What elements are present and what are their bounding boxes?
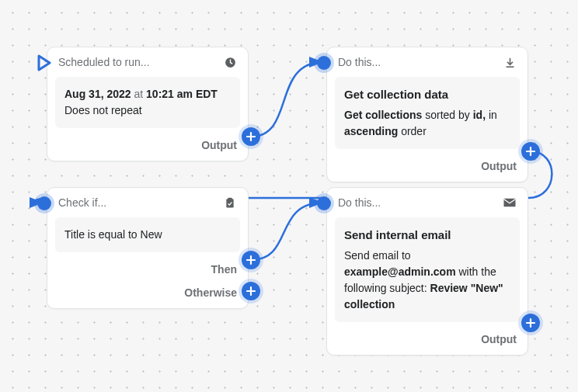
otherwise-label: Otherwise — [184, 286, 237, 299]
svg-rect-2 — [228, 197, 232, 199]
download-icon — [503, 55, 517, 69]
node-send-email[interactable]: Do this... Send internal email Send emai… — [326, 187, 528, 356]
header-text: Do this... — [338, 56, 381, 68]
add-step-button[interactable] — [521, 142, 540, 161]
add-step-otherwise-button[interactable] — [242, 282, 260, 300]
clipboard-icon — [223, 196, 237, 210]
node-body: Get collection data Get collections sort… — [335, 77, 520, 149]
node-header: Do this... — [327, 188, 528, 214]
schedule-date: Aug 31, 2022 — [64, 88, 131, 100]
node-header: Do this... — [327, 47, 528, 74]
then-port-row: Then — [211, 263, 237, 276]
node-body: Aug 31, 2022 at 10:21 am EDT Does not re… — [55, 77, 240, 128]
node-header: Check if... — [47, 188, 248, 214]
output-port-row: Output — [201, 139, 237, 151]
at-word: at — [134, 88, 144, 100]
trigger-start-icon — [37, 54, 51, 75]
node-body: Send internal email Send email to exampl… — [335, 217, 520, 322]
header-text: Scheduled to run... — [58, 56, 150, 68]
svg-rect-1 — [226, 199, 233, 207]
output-label: Output — [481, 333, 517, 345]
schedule-time: 10:21 am EDT — [146, 88, 218, 100]
action-description: Get collections sorted by id, in ascendi… — [344, 107, 510, 140]
clock-icon — [223, 55, 237, 69]
node-body: Title is equal to New — [55, 217, 240, 252]
node-scheduled[interactable]: Scheduled to run... Aug 31, 2022 at 10:2… — [47, 47, 249, 161]
action-description: Send email to example@admin.com with the… — [344, 248, 510, 313]
output-port-row: Output — [481, 333, 517, 345]
header-text: Do this... — [338, 196, 381, 209]
input-port[interactable] — [317, 56, 331, 70]
condition-text: Title is equal to New — [64, 228, 162, 241]
header-text: Check if... — [58, 196, 106, 209]
add-step-then-button[interactable] — [242, 251, 260, 269]
action-title: Get collection data — [344, 86, 510, 104]
input-port[interactable] — [37, 196, 51, 210]
node-header: Scheduled to run... — [47, 47, 248, 74]
add-step-button[interactable] — [242, 127, 260, 146]
input-port[interactable] — [317, 196, 331, 210]
output-label: Output — [201, 139, 237, 151]
svg-rect-3 — [504, 199, 516, 207]
node-get-collection[interactable]: Do this... Get collection data Get colle… — [326, 47, 528, 182]
then-label: Then — [211, 263, 237, 276]
otherwise-port-row: Otherwise — [184, 286, 237, 299]
output-port-row: Output — [481, 160, 517, 172]
repeat-text: Does not repeat — [64, 102, 231, 119]
node-check-if[interactable]: Check if... Title is equal to New Then O… — [47, 187, 249, 309]
email-icon — [503, 196, 517, 210]
add-step-button[interactable] — [521, 314, 540, 332]
output-label: Output — [481, 160, 517, 172]
action-title: Send internal email — [344, 227, 510, 245]
